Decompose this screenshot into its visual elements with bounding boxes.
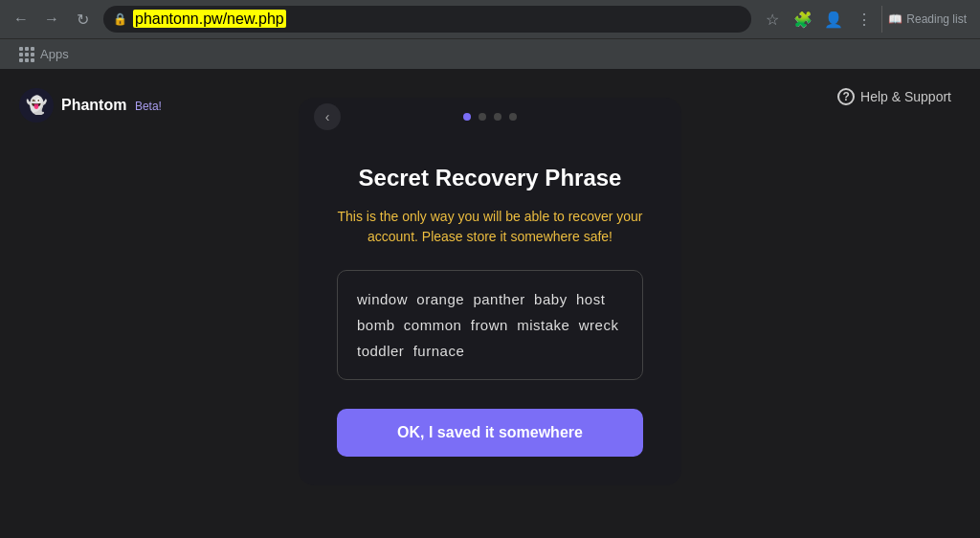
apps-grid-icon [19, 47, 34, 62]
reading-list-button[interactable]: 📖 Reading list [881, 6, 972, 33]
refresh-button[interactable]: ↻ [69, 6, 96, 33]
card-subtitle: This is the only way you will be able to… [337, 207, 643, 247]
phantom-icon: 👻 [19, 88, 54, 123]
lock-icon: 🔒 [113, 12, 127, 26]
dot-1 [463, 113, 471, 121]
phantom-name-container: Phantom Beta! [61, 97, 162, 114]
menu-button[interactable]: ⋮ [851, 6, 878, 33]
star-button[interactable]: ☆ [759, 6, 786, 33]
address-bar-text: phantonn.pw/new.php [133, 11, 286, 28]
url-highlighted: phantonn.pw/new.php [133, 10, 286, 28]
dot-3 [494, 113, 501, 121]
card-title: Secret Recovery Phrase [359, 165, 622, 191]
phantom-beta: Beta! [135, 100, 162, 113]
help-support-label: Help & Support [860, 89, 951, 104]
profile-button[interactable]: 👤 [820, 6, 847, 33]
seed-phrase-box: window orange panther baby host bomb com… [337, 270, 643, 380]
address-bar-container[interactable]: 🔒 phantonn.pw/new.php [103, 6, 751, 33]
nav-buttons: ← → ↻ [8, 6, 96, 33]
card-nav: ‹ [299, 113, 681, 121]
apps-button[interactable]: Apps [11, 43, 77, 66]
extensions-button[interactable]: 🧩 [790, 6, 816, 33]
main-card: ‹ Secret Recovery Phrase This is the onl… [299, 98, 681, 485]
page-content: 👻 Phantom Beta! ? Help & Support ‹ Secre… [0, 69, 980, 538]
browser-chrome: ← → ↻ 🔒 phantonn.pw/new.php ☆ 🧩 👤 ⋮ 📖 Re… [0, 0, 980, 69]
toolbar-icons: ☆ 🧩 👤 ⋮ 📖 Reading list [759, 6, 972, 33]
help-support-button[interactable]: ? Help & Support [837, 88, 951, 105]
card-back-button[interactable]: ‹ [314, 103, 341, 130]
reading-list-label: Reading list [906, 12, 967, 26]
reading-list-icon: 📖 [888, 12, 902, 26]
apps-label: Apps [40, 47, 69, 61]
ok-button[interactable]: OK, I saved it somewhere [337, 409, 643, 457]
phantom-logo: 👻 Phantom Beta! [19, 88, 162, 123]
back-button[interactable]: ← [8, 6, 34, 33]
forward-button[interactable]: → [38, 6, 65, 33]
browser-toolbar: ← → ↻ 🔒 phantonn.pw/new.php ☆ 🧩 👤 ⋮ 📖 Re… [0, 0, 980, 38]
bookmarks-bar: Apps [0, 38, 980, 69]
dot-4 [509, 113, 517, 121]
phantom-name: Phantom [61, 97, 126, 113]
help-icon: ? [837, 88, 855, 105]
dot-2 [479, 113, 486, 121]
